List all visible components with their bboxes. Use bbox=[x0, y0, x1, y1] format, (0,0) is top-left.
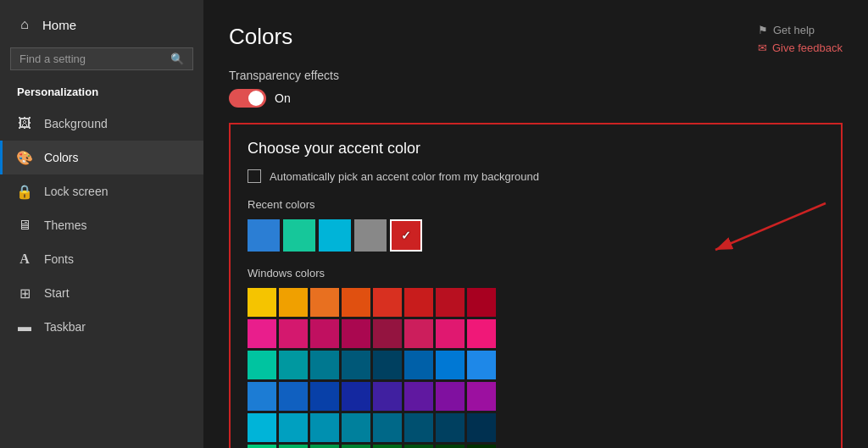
recent-colors-row bbox=[248, 219, 824, 252]
recent-color-swatch[interactable] bbox=[390, 219, 422, 252]
windows-color-swatch[interactable] bbox=[310, 382, 339, 411]
windows-color-swatch[interactable] bbox=[467, 351, 496, 379]
sidebar-item-fonts-label: Fonts bbox=[44, 252, 74, 266]
sidebar-item-start[interactable]: ⊞ Start bbox=[0, 276, 203, 310]
windows-color-swatch[interactable] bbox=[342, 319, 370, 348]
windows-color-swatch[interactable] bbox=[310, 413, 339, 442]
help-section: ⚑ Get help ✉ Give feedback bbox=[758, 24, 843, 54]
windows-color-swatch[interactable] bbox=[310, 351, 339, 379]
windows-color-swatch[interactable] bbox=[248, 319, 276, 348]
windows-color-swatch[interactable] bbox=[404, 319, 433, 348]
windows-color-swatch[interactable] bbox=[342, 351, 370, 379]
accent-section: Choose your accent color Automatically p… bbox=[229, 123, 843, 448]
auto-accent-label: Automatically pick an accent color from … bbox=[270, 170, 539, 183]
sidebar-item-fonts[interactable]: A Fonts bbox=[0, 242, 203, 276]
sidebar-item-start-label: Start bbox=[44, 286, 70, 300]
windows-color-swatch[interactable] bbox=[373, 319, 402, 348]
recent-color-swatch[interactable] bbox=[319, 219, 351, 252]
auto-accent-row: Automatically pick an accent color from … bbox=[248, 169, 824, 183]
get-help-link[interactable]: ⚑ Get help bbox=[758, 24, 815, 36]
windows-color-swatch[interactable] bbox=[404, 382, 433, 411]
main-content: ⚑ Get help ✉ Give feedback Colors Transp… bbox=[203, 0, 868, 448]
windows-color-swatch[interactable] bbox=[404, 445, 433, 448]
windows-color-swatch[interactable] bbox=[436, 351, 465, 379]
windows-color-swatch[interactable] bbox=[436, 288, 465, 317]
sidebar-item-background[interactable]: 🖼 Background bbox=[0, 107, 203, 141]
windows-color-swatch[interactable] bbox=[436, 413, 465, 442]
windows-color-swatch[interactable] bbox=[248, 288, 276, 317]
auto-accent-checkbox[interactable] bbox=[248, 169, 261, 183]
sidebar-home-label: Home bbox=[42, 18, 76, 32]
windows-color-swatch[interactable] bbox=[467, 382, 496, 411]
windows-color-swatch[interactable] bbox=[467, 413, 496, 442]
windows-color-swatch[interactable] bbox=[404, 288, 433, 317]
windows-colors-grid bbox=[248, 288, 824, 448]
windows-color-swatch[interactable] bbox=[248, 413, 276, 442]
windows-color-swatch[interactable] bbox=[373, 288, 402, 317]
windows-color-swatch[interactable] bbox=[342, 288, 370, 317]
themes-icon: 🖥 bbox=[17, 218, 32, 233]
recent-color-swatch[interactable] bbox=[354, 219, 387, 252]
windows-color-swatch[interactable] bbox=[310, 319, 339, 348]
start-icon: ⊞ bbox=[17, 285, 32, 301]
windows-color-swatch[interactable] bbox=[436, 382, 465, 411]
windows-color-swatch[interactable] bbox=[279, 319, 308, 348]
fonts-icon: A bbox=[17, 252, 32, 267]
windows-color-swatch[interactable] bbox=[279, 382, 308, 411]
windows-color-row bbox=[248, 382, 824, 411]
windows-color-swatch[interactable] bbox=[310, 288, 339, 317]
toggle-row: On bbox=[229, 89, 843, 108]
windows-color-swatch[interactable] bbox=[342, 413, 370, 442]
windows-color-swatch[interactable] bbox=[279, 445, 308, 448]
lock-screen-icon: 🔒 bbox=[17, 184, 32, 199]
sidebar-item-themes-label: Themes bbox=[44, 218, 87, 232]
sidebar-item-taskbar-label: Taskbar bbox=[44, 320, 86, 334]
personalization-title: Personalization bbox=[0, 82, 203, 107]
windows-color-swatch[interactable] bbox=[467, 288, 496, 317]
home-icon: ⌂ bbox=[17, 17, 32, 32]
windows-color-swatch[interactable] bbox=[279, 413, 308, 442]
sidebar-item-taskbar[interactable]: ▬ Taskbar bbox=[0, 310, 203, 344]
windows-color-swatch[interactable] bbox=[436, 445, 465, 448]
windows-color-swatch[interactable] bbox=[310, 445, 339, 448]
windows-color-swatch[interactable] bbox=[436, 319, 465, 348]
toggle-state-text: On bbox=[275, 91, 291, 105]
search-input[interactable] bbox=[19, 53, 164, 65]
feedback-label: Give feedback bbox=[772, 41, 843, 54]
sidebar: ⌂ Home 🔍 Personalization 🖼 Background 🎨 … bbox=[0, 0, 203, 448]
taskbar-icon: ▬ bbox=[17, 319, 32, 335]
windows-color-swatch[interactable] bbox=[248, 351, 276, 379]
windows-color-swatch[interactable] bbox=[373, 382, 402, 411]
recent-color-swatch[interactable] bbox=[283, 219, 315, 252]
recent-color-swatch[interactable] bbox=[248, 219, 280, 252]
transparency-section: Transparency effects On bbox=[229, 69, 843, 108]
windows-color-row bbox=[248, 288, 824, 317]
windows-color-swatch[interactable] bbox=[342, 445, 370, 448]
windows-color-swatch[interactable] bbox=[404, 351, 433, 379]
windows-color-swatch[interactable] bbox=[248, 445, 276, 448]
windows-colors-label: Windows colors bbox=[248, 267, 824, 279]
windows-color-swatch[interactable] bbox=[279, 288, 308, 317]
feedback-link[interactable]: ✉ Give feedback bbox=[758, 41, 843, 54]
windows-color-swatch[interactable] bbox=[248, 382, 276, 411]
windows-color-row bbox=[248, 319, 824, 348]
accent-title: Choose your accent color bbox=[248, 140, 824, 158]
sidebar-item-home[interactable]: ⌂ Home bbox=[0, 8, 203, 41]
sidebar-item-colors-label: Colors bbox=[44, 151, 78, 164]
sidebar-item-lock-screen[interactable]: 🔒 Lock screen bbox=[0, 174, 203, 208]
windows-color-swatch[interactable] bbox=[279, 351, 308, 379]
background-icon: 🖼 bbox=[17, 116, 32, 131]
feedback-icon: ✉ bbox=[758, 41, 767, 54]
sidebar-item-themes[interactable]: 🖥 Themes bbox=[0, 208, 203, 242]
windows-color-swatch[interactable] bbox=[404, 413, 433, 442]
windows-color-swatch[interactable] bbox=[467, 319, 496, 348]
windows-color-swatch[interactable] bbox=[467, 445, 496, 448]
recent-colors-label: Recent colors bbox=[248, 198, 824, 211]
windows-color-swatch[interactable] bbox=[373, 445, 402, 448]
sidebar-item-colors[interactable]: 🎨 Colors bbox=[0, 141, 203, 174]
windows-color-swatch[interactable] bbox=[342, 382, 370, 411]
transparency-toggle[interactable] bbox=[229, 89, 266, 108]
windows-color-swatch[interactable] bbox=[373, 413, 402, 442]
windows-color-swatch[interactable] bbox=[373, 351, 402, 379]
search-icon: 🔍 bbox=[170, 53, 184, 65]
